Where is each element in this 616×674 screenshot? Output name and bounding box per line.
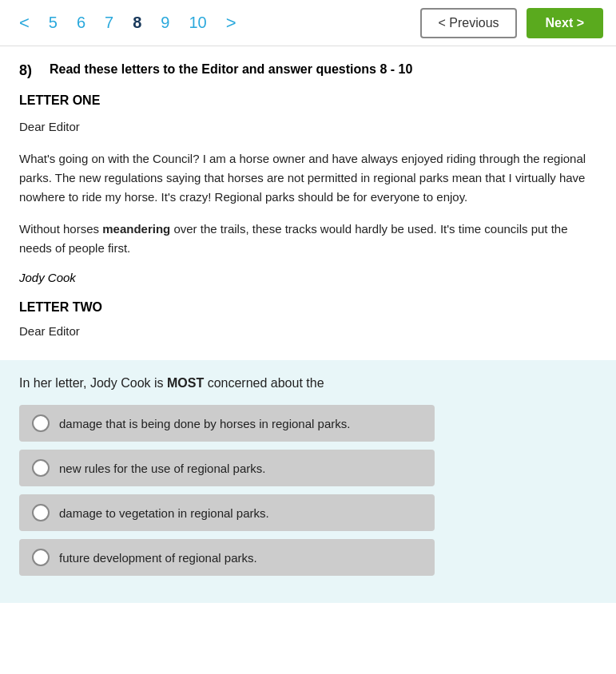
nav-page-8[interactable]: 8 [126, 10, 148, 35]
question-number: 8) [19, 62, 43, 79]
letter-one-heading: LETTER ONE [19, 93, 597, 108]
option-c-label: damage to vegetation in regional parks. [59, 506, 269, 520]
previous-button[interactable]: < Previous [420, 8, 516, 38]
nav-page-7[interactable]: 7 [98, 10, 120, 35]
radio-c[interactable] [32, 504, 50, 521]
letter-one-section: LETTER ONE Dear Editor What's going on w… [19, 93, 597, 284]
nav-page-5[interactable]: 5 [42, 10, 64, 35]
nav-page-9[interactable]: 9 [154, 10, 176, 35]
nav-arrow-left[interactable]: < [13, 10, 36, 37]
radio-d[interactable] [32, 549, 50, 566]
top-navigation: < 5 6 7 8 9 10 > < Previous Next > [0, 0, 616, 46]
letter-one-paragraph2: Without horses meandering over the trail… [19, 220, 597, 258]
para2-bold: meandering [102, 222, 170, 236]
letter-one-paragraph1: What's going on with the Council? I am a… [19, 149, 597, 207]
main-content: 8) Read these letters to the Editor and … [0, 46, 616, 360]
prompt-start: In her letter, Jody Cook is [19, 376, 167, 390]
page-list: < 5 6 7 8 9 10 > [13, 10, 417, 37]
question-area: In her letter, Jody Cook is MOST concern… [0, 360, 616, 603]
prompt-end: concerned about the [204, 376, 324, 390]
prompt-bold: MOST [167, 376, 204, 390]
option-d-label: future development of regional parks. [59, 551, 257, 565]
letter-one-signature: Jody Cook [19, 271, 597, 284]
letter-one-greeting: Dear Editor [19, 117, 597, 137]
radio-b[interactable] [32, 459, 50, 477]
nav-arrow-right[interactable]: > [220, 10, 243, 37]
answer-option-c[interactable]: damage to vegetation in regional parks. [19, 494, 435, 531]
option-b-label: new rules for the use of regional parks. [59, 462, 265, 475]
letter-two-greeting: Dear Editor [19, 324, 597, 338]
letter-two-section: LETTER TWO Dear Editor [19, 300, 597, 338]
answer-option-b[interactable]: new rules for the use of regional parks. [19, 450, 435, 486]
option-a-label: damage that is being done by horses in r… [59, 417, 350, 430]
para2-start: Without horses [19, 222, 102, 236]
radio-a[interactable] [32, 414, 50, 432]
nav-page-6[interactable]: 6 [70, 10, 92, 35]
answer-option-a[interactable]: damage that is being done by horses in r… [19, 405, 435, 442]
letter-two-heading: LETTER TWO [19, 300, 597, 315]
question-prompt: In her letter, Jody Cook is MOST concern… [19, 376, 597, 391]
nav-page-10[interactable]: 10 [182, 10, 213, 35]
answer-option-d[interactable]: future development of regional parks. [19, 539, 435, 576]
question-instruction: Read these letters to the Editor and ans… [50, 62, 412, 77]
question-header: 8) Read these letters to the Editor and … [19, 62, 597, 79]
next-button[interactable]: Next > [527, 8, 603, 38]
